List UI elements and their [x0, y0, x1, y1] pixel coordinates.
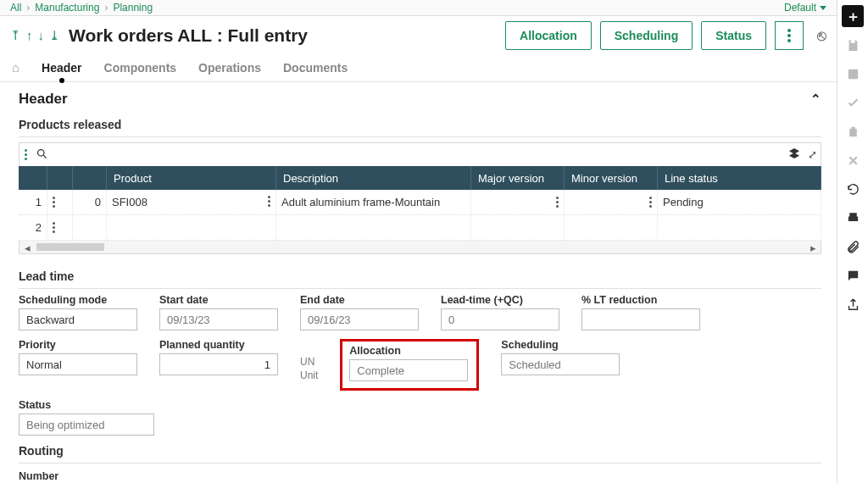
field-scheduling-mode: Scheduling mode — [19, 294, 137, 330]
last-record-icon[interactable]: ⤓ — [49, 28, 60, 43]
expand-icon[interactable]: ⤢ — [808, 148, 817, 161]
col-description[interactable]: Description — [276, 166, 471, 190]
field-scheduling: Scheduling Scheduled — [501, 339, 620, 391]
field-pct-lt-reduction: % LT reduction — [581, 294, 700, 330]
status-button[interactable]: Status — [701, 21, 766, 50]
cell-minor[interactable] — [565, 190, 658, 215]
scroll-thumb[interactable] — [36, 243, 104, 251]
tab-documents[interactable]: Documents — [283, 61, 348, 75]
cell-menu-icon[interactable] — [649, 197, 652, 208]
row-menu-icon[interactable] — [47, 190, 73, 215]
close-icon[interactable] — [842, 149, 864, 171]
section-title: Header — [19, 91, 68, 108]
leadtime-row-1: Scheduling mode Start date 09/13/23 End … — [19, 294, 821, 330]
field-priority: Priority — [19, 339, 137, 391]
collapse-icon[interactable]: ⌃ — [810, 92, 821, 107]
crumb-all[interactable]: All — [10, 2, 21, 14]
start-date-value: 09/13/23 — [159, 308, 278, 330]
row-index: 2 — [19, 215, 47, 241]
cell-menu-icon[interactable] — [556, 197, 559, 208]
cell-minor[interactable] — [565, 215, 658, 241]
attach-icon[interactable] — [842, 236, 864, 258]
leadtime-row-3: Status Being optimized — [19, 399, 821, 436]
create-icon[interactable] — [842, 63, 864, 85]
row-seq: 0 — [73, 190, 107, 215]
tabs: ⌂ Header Components Operations Documents — [0, 50, 837, 82]
prev-record-icon[interactable]: ↑ — [26, 28, 33, 43]
main-column: All › Manufacturing › Planning Default ⤒… — [0, 0, 837, 483]
field-end-date: End date 09/16/23 — [300, 294, 419, 330]
end-date-value: 09/16/23 — [300, 308, 419, 330]
table-horizontal-scrollbar[interactable]: ◂ ▸ — [19, 241, 821, 254]
tab-header[interactable]: Header — [42, 61, 81, 75]
routing-label: Routing — [19, 444, 821, 458]
tab-operations[interactable]: Operations — [198, 61, 261, 75]
svg-rect-2 — [848, 69, 857, 78]
tab-components[interactable]: Components — [104, 61, 177, 75]
scheduling-mode-input[interactable] — [19, 308, 137, 330]
caret-down-icon — [820, 6, 826, 10]
scheduling-button[interactable]: Scheduling — [600, 21, 693, 50]
more-actions-button[interactable] — [775, 21, 804, 50]
allocation-value: Complete — [349, 359, 468, 381]
scheduling-value: Scheduled — [501, 353, 620, 375]
allocation-button[interactable]: Allocation — [505, 21, 592, 50]
layers-icon[interactable] — [787, 147, 801, 163]
unit-code: UN — [300, 356, 314, 368]
next-record-icon[interactable]: ↓ — [38, 28, 45, 43]
scroll-left-icon[interactable]: ◂ — [21, 242, 33, 254]
col-linestatus[interactable]: Line status — [658, 166, 821, 190]
col-major[interactable]: Major version — [471, 166, 565, 190]
priority-input[interactable] — [19, 353, 137, 375]
scroll-right-icon[interactable]: ▸ — [807, 242, 819, 254]
refresh-icon[interactable] — [842, 178, 864, 200]
planned-qty-input[interactable] — [159, 353, 278, 375]
divider — [19, 463, 821, 464]
comment-icon[interactable] — [842, 264, 864, 286]
delete-icon[interactable] — [842, 120, 864, 142]
field-allocation: Allocation Complete — [349, 345, 468, 381]
crumb-manufacturing[interactable]: Manufacturing — [35, 2, 99, 14]
table-menu-icon[interactable] — [25, 149, 27, 160]
row-menu-icon[interactable] — [47, 215, 73, 241]
home-icon[interactable]: ⌂ — [12, 60, 19, 75]
save-icon[interactable] — [842, 34, 864, 56]
exit-icon[interactable]: ⎋ — [817, 27, 826, 45]
default-view-dropdown[interactable]: Default — [784, 2, 826, 14]
cell-linestatus: Pending — [658, 190, 821, 215]
chevron-right-icon: › — [26, 2, 30, 14]
check-icon[interactable] — [842, 92, 864, 114]
svg-point-0 — [38, 149, 45, 156]
content-scroll[interactable]: Header ⌃ Products released ⤢ — [0, 82, 837, 483]
add-icon[interactable]: ＋ — [842, 5, 864, 27]
col-minor[interactable]: Minor version — [565, 166, 658, 190]
first-record-icon[interactable]: ⤒ — [10, 28, 21, 43]
field-start-date: Start date 09/13/23 — [159, 294, 278, 330]
chevron-right-icon: › — [104, 2, 108, 14]
print-icon[interactable] — [842, 207, 864, 229]
cell-description — [276, 215, 471, 241]
lead-time-label: Lead time — [19, 269, 821, 283]
cell-major[interactable] — [471, 190, 565, 215]
allocation-highlight: Allocation Complete — [340, 339, 479, 391]
col-product[interactable]: Product — [107, 166, 276, 190]
products-released-label: Products released — [19, 118, 821, 131]
crumb-planning[interactable]: Planning — [113, 2, 153, 14]
table-row[interactable]: 2 — [19, 215, 821, 241]
cell-product[interactable]: SFI008 — [107, 190, 276, 215]
table-toolbar: ⤢ — [19, 142, 821, 166]
pct-lt-input[interactable] — [581, 308, 700, 330]
search-icon[interactable] — [36, 147, 48, 163]
breadcrumb-bar: All › Manufacturing › Planning Default — [0, 0, 837, 16]
lead-time-value: 0 — [441, 308, 559, 330]
table-row[interactable]: 1 0 SFI008 Adult aluminium frame-Mountai… — [19, 190, 821, 215]
leadtime-row-2: Priority Planned quantity UN Unit Alloca… — [19, 339, 821, 391]
cell-product[interactable] — [107, 215, 276, 241]
cell-menu-icon[interactable] — [268, 196, 270, 207]
status-value: Being optimized — [19, 414, 154, 436]
cell-major[interactable] — [471, 215, 565, 241]
divider — [19, 136, 821, 137]
field-routing-number: Number — [19, 470, 239, 483]
unit-block: UN Unit — [300, 339, 318, 391]
share-icon[interactable] — [842, 293, 864, 315]
